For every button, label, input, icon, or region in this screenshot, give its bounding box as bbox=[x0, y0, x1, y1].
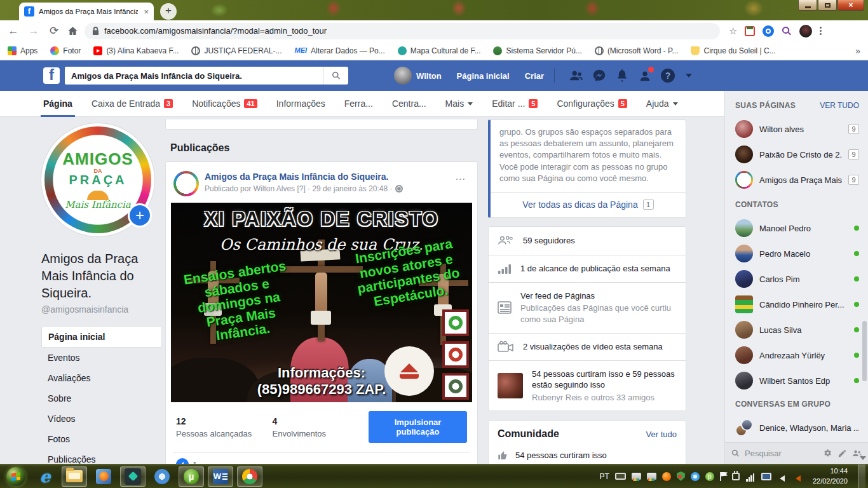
url-bar[interactable]: facebook.com/amigosmaisinfancia/?modal=a… bbox=[85, 23, 720, 39]
bookmark-apps[interactable]: Apps bbox=[8, 46, 37, 55]
volume-mixer-icon[interactable] bbox=[793, 471, 803, 482]
browser-menu-icon[interactable] bbox=[820, 27, 822, 35]
boost-post-button[interactable]: Impulsionar publicação bbox=[369, 411, 467, 443]
antivirus-shield-icon[interactable] bbox=[677, 471, 685, 481]
bookmark-sistema[interactable]: Sistema Servidor Pú... bbox=[493, 46, 581, 55]
tab-ferramentas[interactable]: Ferra... bbox=[344, 91, 373, 116]
help-icon[interactable]: ? bbox=[657, 65, 679, 86]
likes-follows-row[interactable]: 54 pessoas curtiram isso e 59 pessoas es… bbox=[489, 360, 686, 411]
followers-row[interactable]: 59 seguidores bbox=[489, 227, 686, 255]
reload-icon[interactable]: ⟳ bbox=[47, 24, 61, 37]
tab-informacoes[interactable]: Informações bbox=[276, 91, 325, 116]
extension-icon[interactable] bbox=[745, 26, 755, 36]
page-profile-picture[interactable]: AMIGOS DA PRAÇA Mais Infância + bbox=[41, 123, 154, 236]
home-icon[interactable] bbox=[67, 25, 78, 36]
maximize-button[interactable] bbox=[818, 0, 837, 11]
bookmarks-overflow-icon[interactable]: » bbox=[855, 46, 860, 56]
forward-icon[interactable]: → bbox=[27, 25, 41, 37]
printer-icon[interactable] bbox=[632, 473, 641, 480]
home-link[interactable]: Página inicial bbox=[457, 71, 510, 81]
community-see-all-link[interactable]: Ver tudo bbox=[646, 430, 677, 439]
contact-item[interactable]: Cândido Pinheiro Per... bbox=[725, 292, 868, 317]
contact-item[interactable]: Manoel Pedro bbox=[725, 215, 868, 241]
bookmark-cirque[interactable]: Cirque du Soleil | C... bbox=[691, 46, 775, 55]
post-image[interactable]: XI PAIXÃO DE CRISTO Os Caminhos de sua C… bbox=[171, 203, 472, 402]
taskbar-word[interactable]: W bbox=[208, 466, 233, 487]
pages-feed-row[interactable]: Ver feed de Páginas Publicações das Pági… bbox=[489, 282, 686, 333]
bookmark-star-icon[interactable]: ☆ bbox=[729, 25, 737, 37]
tab-editar[interactable]: Editar ...5 bbox=[492, 91, 538, 116]
sidebar-page-item[interactable]: Paixão De Cristo de 2... 9 bbox=[725, 142, 868, 167]
see-all-pages-link[interactable]: VER TUDO bbox=[820, 101, 859, 110]
page-name[interactable]: Amigos da Praça Mais Infância do Siqueir… bbox=[41, 250, 162, 302]
tab-caixa-de-entrada[interactable]: Caixa de Entrada3 bbox=[92, 91, 173, 116]
contact-item[interactable]: Lucas Silva bbox=[725, 317, 868, 342]
taskbar-media-player[interactable] bbox=[91, 466, 116, 487]
facebook-search-input[interactable] bbox=[65, 67, 323, 85]
profile-avatar[interactable] bbox=[799, 25, 812, 37]
sidebar-page-item[interactable]: Wilton alves 9 bbox=[725, 116, 868, 142]
taskbar-file-explorer[interactable] bbox=[62, 466, 87, 487]
action-center-flag-icon[interactable] bbox=[720, 472, 721, 481]
contact-item[interactable]: Carlos Pim bbox=[725, 266, 868, 292]
tab-pagina[interactable]: Página bbox=[43, 91, 72, 116]
bookmark-word[interactable]: (Microsoft Word - P... bbox=[595, 46, 679, 55]
show-desktop-button[interactable] bbox=[858, 464, 865, 488]
create-link[interactable]: Criar bbox=[525, 71, 544, 81]
sidebar-item-publicacoes[interactable]: Publicações bbox=[41, 449, 162, 464]
sidebar-item-pagina-inicial[interactable]: Página inicial bbox=[41, 326, 162, 348]
bookmark-fotor[interactable]: Fotor bbox=[50, 46, 81, 55]
keyboard-icon[interactable] bbox=[615, 473, 626, 480]
contact-item[interactable]: Pedro Macelo bbox=[725, 241, 868, 266]
sidebar-page-item[interactable]: Amigos da Praça Mais... 9 bbox=[725, 167, 868, 193]
tab-notificacoes[interactable]: Notificações41 bbox=[192, 91, 257, 116]
close-button[interactable]: × bbox=[837, 0, 864, 11]
see-all-tips-link[interactable]: Ver todas as dicas da Página bbox=[522, 200, 637, 210]
facebook-search-button[interactable] bbox=[323, 67, 348, 85]
search-extension-icon[interactable] bbox=[763, 25, 774, 37]
page-handle[interactable]: @amigosmaisinfancia bbox=[41, 304, 162, 315]
notifications-bell-icon[interactable] bbox=[611, 65, 633, 86]
tab-close-icon[interactable]: × bbox=[144, 7, 149, 17]
network-signal-icon[interactable] bbox=[745, 471, 756, 482]
chevron-down-icon[interactable] bbox=[860, 456, 866, 460]
tab-ajuda[interactable]: Ajuda bbox=[646, 91, 678, 116]
sidebar-item-sobre[interactable]: Sobre bbox=[41, 388, 162, 409]
avast-icon[interactable] bbox=[662, 472, 671, 481]
volume-icon[interactable] bbox=[777, 471, 787, 482]
sidebar-item-avaliacoes[interactable]: Avaliações bbox=[41, 368, 162, 388]
bookmark-justica[interactable]: JUSTIÇA FEDERAL-... bbox=[191, 46, 281, 55]
start-button[interactable] bbox=[6, 467, 25, 486]
minimize-button[interactable] bbox=[798, 0, 817, 11]
new-message-icon[interactable] bbox=[837, 449, 847, 458]
tab-configuracoes[interactable]: Configurações5 bbox=[557, 91, 627, 116]
tips-link-row[interactable]: Ver todas as dicas da Página 1 bbox=[491, 192, 686, 217]
pages-feed-icon[interactable] bbox=[634, 65, 656, 86]
reach-row[interactable]: 1 de alcance de publicação esta semana bbox=[489, 255, 686, 282]
gear-icon[interactable] bbox=[823, 449, 832, 458]
like-icon[interactable] bbox=[176, 458, 189, 464]
facebook-logo[interactable]: f bbox=[43, 67, 60, 84]
chromium-tray-icon[interactable] bbox=[691, 472, 700, 481]
sidebar-item-eventos[interactable]: Eventos bbox=[41, 348, 162, 368]
tab-mais[interactable]: Mais bbox=[445, 91, 473, 116]
power-plug-icon[interactable] bbox=[732, 473, 740, 480]
profile-link[interactable]: Wilton bbox=[394, 67, 442, 85]
display-icon[interactable] bbox=[761, 473, 771, 480]
taskbar-chromium[interactable] bbox=[149, 466, 175, 487]
bookmark-youtube[interactable]: (3) Alina Kabaeva F... bbox=[93, 46, 179, 55]
tab-central[interactable]: Centra... bbox=[392, 91, 426, 116]
video-views-row[interactable]: 2 visualizações de vídeo esta semana bbox=[489, 333, 686, 360]
taskbar-chrome[interactable] bbox=[237, 466, 262, 487]
back-icon[interactable]: ← bbox=[6, 25, 20, 37]
taskbar-internet-explorer[interactable]: e bbox=[32, 466, 58, 487]
taskbar-filmora[interactable] bbox=[120, 466, 146, 487]
post-author-name[interactable]: Amigos da Praça Mais Infância do Siqueir… bbox=[205, 171, 403, 182]
language-indicator[interactable]: PT bbox=[600, 472, 609, 481]
sidebar-item-fotos[interactable]: Fotos bbox=[41, 429, 162, 449]
post-author-avatar[interactable] bbox=[173, 171, 199, 196]
printer-icon[interactable] bbox=[647, 473, 656, 480]
sidebar-item-videos[interactable]: Vídeos bbox=[41, 409, 162, 429]
add-story-button[interactable]: + bbox=[128, 203, 152, 227]
bookmark-mapa[interactable]: Mapa Cultural de F... bbox=[398, 46, 481, 55]
